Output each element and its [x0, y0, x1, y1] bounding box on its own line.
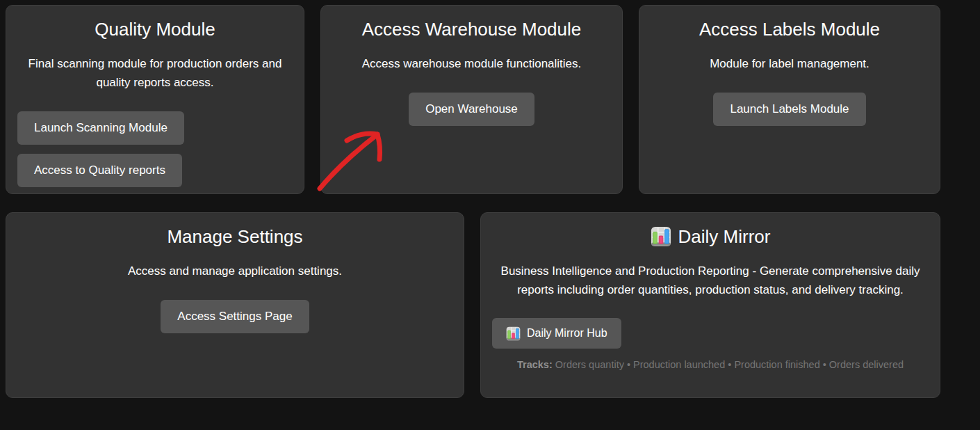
open-warehouse-button[interactable]: Open Warehouse — [409, 93, 534, 126]
warehouse-module-title: Access Warehouse Module — [332, 19, 611, 40]
tracks-items: Orders quantity • Production launched • … — [555, 359, 904, 370]
manage-settings-card: Manage Settings Access and manage applic… — [6, 212, 464, 398]
labels-module-description: Module for label management. — [651, 54, 929, 73]
bar-chart-icon — [651, 226, 671, 247]
daily-mirror-card: Daily Mirror Business Intelligence and P… — [480, 212, 940, 398]
quality-module-title: Quality Module — [17, 19, 293, 40]
tracks-label: Tracks: — [517, 359, 553, 370]
quality-module-description: Final scanning module for production ord… — [17, 54, 293, 92]
launch-scanning-module-button[interactable]: Launch Scanning Module — [17, 111, 184, 145]
labels-module-card: Access Labels Module Module for label ma… — [639, 5, 940, 194]
bar-chart-icon — [506, 326, 521, 341]
labels-module-title: Access Labels Module — [651, 19, 929, 40]
manage-settings-title: Manage Settings — [17, 226, 452, 247]
manage-settings-description: Access and manage application settings. — [17, 262, 452, 280]
access-quality-reports-button[interactable]: Access to Quality reports — [17, 154, 182, 187]
daily-mirror-title: Daily Mirror — [678, 226, 771, 247]
access-settings-page-button[interactable]: Access Settings Page — [161, 300, 309, 333]
warehouse-module-card: Access Warehouse Module Access warehouse… — [320, 5, 623, 194]
warehouse-module-description: Access warehouse module functionalities. — [332, 54, 611, 73]
quality-module-card: Quality Module Final scanning module for… — [6, 5, 304, 194]
daily-mirror-description: Business Intelligence and Production Rep… — [492, 262, 929, 299]
daily-mirror-hub-button[interactable]: Daily Mirror Hub — [492, 318, 621, 349]
daily-mirror-tracks: Tracks: Orders quantity • Production lau… — [492, 359, 929, 370]
launch-labels-module-button[interactable]: Launch Labels Module — [713, 93, 865, 126]
daily-mirror-hub-label: Daily Mirror Hub — [527, 327, 607, 340]
